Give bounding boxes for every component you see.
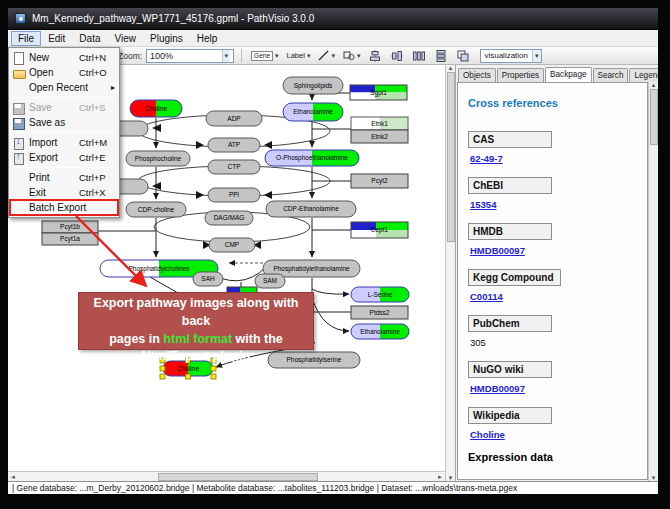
file-menu-item-label: New <box>29 52 75 63</box>
crossref-link[interactable]: 62-49-7 <box>470 153 503 164</box>
align-middle-button[interactable] <box>388 50 406 62</box>
pathway-edge[interactable] <box>312 298 349 331</box>
shape-icon <box>343 50 355 61</box>
pathway-node-etnk2[interactable]: Etnk2 <box>351 130 408 143</box>
zoom-combobox[interactable]: 100% ▾ <box>146 49 234 63</box>
file-menu-item-label: Exit <box>29 187 75 198</box>
gene-tool-button[interactable]: Gene ▾ <box>249 48 280 63</box>
status-text: | Gene database: ...m_Derby_20120602.bri… <box>12 483 517 493</box>
chevron-down-icon[interactable]: ▾ <box>275 52 279 60</box>
selection-handle[interactable] <box>186 374 191 379</box>
menu-data[interactable]: Data <box>72 31 107 46</box>
stack-button[interactable] <box>454 50 472 62</box>
pathway-node-etnk1[interactable]: Etnk1 <box>351 117 408 130</box>
visualization-combobox[interactable]: visualization ▾ <box>480 49 542 63</box>
menu-file[interactable]: File <box>11 31 41 46</box>
pathway-node-cdp-choline[interactable]: CDP-choline <box>126 202 186 217</box>
toolbar-separator <box>241 49 242 62</box>
pathway-node-cdp-ethanolamine[interactable]: CDP-Ethanolamine <box>266 201 356 217</box>
scroll-down-icon[interactable]: ▼ <box>448 475 454 481</box>
menu-edit[interactable]: Edit <box>41 31 72 46</box>
chevron-down-icon[interactable]: ▾ <box>331 52 335 60</box>
scroll-right-icon[interactable]: ► <box>435 474 445 480</box>
label-tool-button[interactable]: Label ▾ <box>285 48 313 63</box>
crossref-link[interactable]: HMDB00097 <box>470 383 525 394</box>
chevron-down-icon[interactable]: ▾ <box>357 52 361 60</box>
file-menu-item-import[interactable]: ImportCtrl+M <box>10 135 118 150</box>
menu-help[interactable]: Help <box>190 31 225 46</box>
title-bar[interactable]: Mm_Kennedy_pathway_WP1771_45176.gpml - P… <box>8 8 658 30</box>
tab-backpage[interactable]: Backpage <box>545 67 591 82</box>
vertical-scrollbar[interactable]: ▲ ▼ <box>445 65 455 481</box>
pathway-node-pcyt2[interactable]: Pcyt2 <box>351 174 408 188</box>
tab-legend[interactable]: Legend <box>629 68 658 82</box>
pathway-node-ptdss2[interactable]: Ptdss2 <box>351 306 408 319</box>
backpage-section-hmdb: HMDBHMDB00097 <box>468 221 647 256</box>
sidebar-scrollbar[interactable]: ▲ ▼ <box>648 82 658 481</box>
pathway-node-atp[interactable]: ATP <box>208 138 260 152</box>
scroll-down-icon[interactable]: ▼ <box>651 475 657 481</box>
horizontal-scrollbar[interactable]: ◄ ► <box>8 471 445 481</box>
pathway-node-sah[interactable]: SAH <box>193 272 223 286</box>
crossref-link[interactable]: 15354 <box>470 199 496 210</box>
chevron-down-icon[interactable]: ▾ <box>222 50 231 62</box>
pathway-node-cmp[interactable]: CMP <box>209 238 255 252</box>
line-tool-button[interactable]: ▾ <box>316 48 337 63</box>
crossref-link[interactable]: Choline <box>470 429 505 440</box>
arrowhead <box>196 141 204 149</box>
file-menu-item-batch-export[interactable]: Batch Export <box>10 200 118 215</box>
distribute-horizontal-button[interactable] <box>410 50 428 62</box>
menu-separator <box>12 167 116 168</box>
pathway-node-o-phosphoethanolamine[interactable]: O-Phosphoethanolamine <box>265 150 359 166</box>
distribute-vertical-button[interactable] <box>432 50 450 62</box>
tab-objects[interactable]: Objects <box>458 68 496 82</box>
pathway-node-pcyt1a[interactable]: Pcyt1a <box>42 233 98 245</box>
tab-properties[interactable]: Properties <box>497 68 544 82</box>
sidebar-scroll-thumb[interactable] <box>650 89 658 145</box>
file-menu-item-print[interactable]: PrintCtrl+P <box>10 170 118 185</box>
file-menu-item-new[interactable]: NewCtrl+N <box>10 50 118 65</box>
selection-handle[interactable] <box>160 374 165 379</box>
menu-plugins[interactable]: Plugins <box>143 31 190 46</box>
pathway-node-sgpl1[interactable]: Sgpl1 <box>350 85 407 100</box>
chevron-down-icon[interactable]: ▾ <box>307 52 311 60</box>
pathway-node-ppi[interactable]: PPi <box>208 188 260 202</box>
selection-handle[interactable] <box>160 366 165 371</box>
pathway-node-l-serine[interactable]: L-Serine <box>351 287 409 302</box>
scroll-up-icon[interactable]: ▲ <box>448 65 454 71</box>
file-menu-item-export[interactable]: ExportCtrl+E <box>10 150 118 165</box>
pathway-node-phosphocholine[interactable]: Phosphocholine <box>126 151 190 166</box>
selection-handle[interactable] <box>211 374 216 379</box>
chevron-down-icon[interactable]: ▾ <box>532 50 541 62</box>
file-menu-item-open[interactable]: OpenCtrl+O <box>10 65 118 80</box>
shape-tool-button[interactable]: ▾ <box>341 48 363 63</box>
pathway-node-ctp[interactable]: CTP <box>208 160 260 174</box>
pathway-node-sam[interactable]: SAM <box>255 274 285 288</box>
crossref-link[interactable]: C00114 <box>470 291 503 302</box>
align-center-button[interactable] <box>366 50 384 62</box>
selection-handle[interactable] <box>211 366 216 371</box>
pathway-edge[interactable] <box>312 289 349 294</box>
scroll-up-icon[interactable]: ▲ <box>651 82 657 88</box>
file-menu-item-exit[interactable]: ExitCtrl+X <box>10 185 118 200</box>
menu-view[interactable]: View <box>107 31 143 46</box>
pathway-node-pcyt1b[interactable]: Pcyt1b <box>42 221 98 233</box>
file-menu-item-save-as[interactable]: Save as <box>10 115 118 130</box>
crossref-link[interactable]: HMDB00097 <box>470 245 525 256</box>
pathway-node-adp[interactable]: ADP <box>206 111 262 126</box>
pathway-node-sphingolipids[interactable]: Sphingolipids <box>283 77 343 94</box>
annotation-line-3: HtmlExport plugin <box>79 348 313 366</box>
scroll-left-icon[interactable]: ◄ <box>8 474 18 480</box>
file-menu-item-open-recent[interactable]: Open Recent▸ <box>10 80 118 95</box>
tab-search[interactable]: Search <box>593 68 629 82</box>
horizontal-scroll-thumb[interactable] <box>158 473 318 481</box>
menu-shortcut: Ctrl+O <box>79 67 115 78</box>
pathway-node-ethanolamine-bottom[interactable]: Ethanolamine <box>351 324 409 339</box>
pathway-node-ethanolamine-top[interactable]: Ethanolamine <box>283 103 343 121</box>
pathway-node-dag-mag[interactable]: DAG/MAG <box>205 211 253 225</box>
pathway-edge[interactable] <box>150 277 178 293</box>
node-label: Sgpl1 <box>370 89 387 97</box>
pathway-node-cept1[interactable]: Cept1 <box>351 222 408 238</box>
pathway-node-choline-top[interactable]: Choline <box>130 100 182 117</box>
vertical-scroll-thumb[interactable] <box>447 72 455 242</box>
